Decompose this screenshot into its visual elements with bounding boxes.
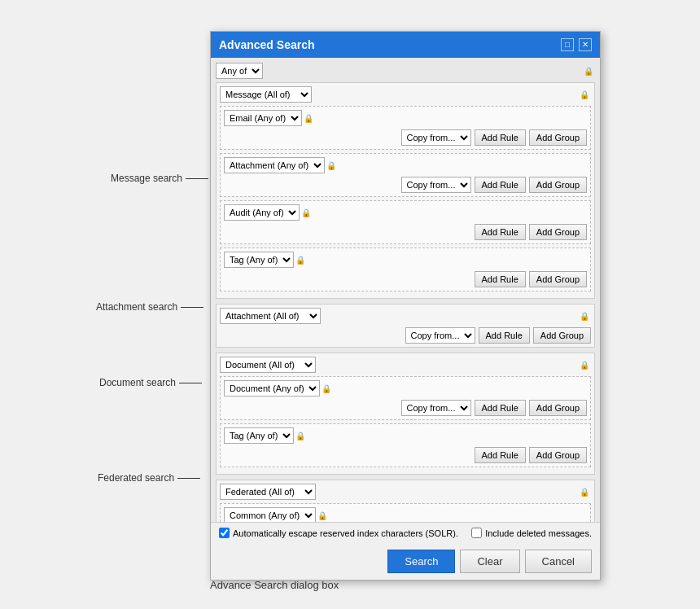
common-subsection: Common (Any of) Common (All of) 🔒 Add Ru… xyxy=(220,503,591,522)
page-wrapper: Message search Attachment search Documen… xyxy=(0,0,700,609)
email-add-rule-btn[interactable]: Add Rule xyxy=(475,129,526,146)
document-subsection-header: Document (Any of) Document (All of) 🔒 xyxy=(224,380,587,397)
document-all-of-select[interactable]: Document (All of) Document (Any of) xyxy=(220,357,316,373)
document-tag-subsection: Tag (Any of) Tag (All of) 🔒 Add Rule Add… xyxy=(220,423,591,467)
attachment-subsection-add-group-btn[interactable]: Add Group xyxy=(529,177,587,193)
attachment-copy-from-select[interactable]: Copy from... xyxy=(401,177,471,193)
federated-label-line xyxy=(177,478,200,479)
message-tag-subsection: Tag (Any of) Tag (All of) 🔒 Add Rule Add… xyxy=(220,248,591,291)
message-tag-delete-icon[interactable]: 🔒 xyxy=(294,256,307,265)
audit-subsection-header: Audit (Any of) Audit (All of) 🔒 xyxy=(224,204,587,221)
document-subsection-delete-icon[interactable]: 🔒 xyxy=(320,384,333,393)
attachment-all-of-select[interactable]: Attachment (All of) Attachment (Any of) xyxy=(220,308,321,324)
attachment-search-label: Attachment search xyxy=(96,301,203,313)
attachment-section: Attachment (All of) Attachment (Any of) … xyxy=(216,304,595,348)
search-button[interactable]: Search xyxy=(387,550,455,573)
document-tag-delete-icon[interactable]: 🔒 xyxy=(294,432,307,440)
attachment-section-copy-from-select[interactable]: Copy from... xyxy=(405,327,475,344)
message-delete-icon[interactable]: 🔒 xyxy=(578,90,591,99)
advanced-search-dialog: Advanced Search □ ✕ Any of All of 🔒 xyxy=(210,31,601,581)
outer-delete-icon[interactable]: 🔒 xyxy=(582,67,595,76)
email-subsection-header: Email (Any of) Email (All of) 🔒 xyxy=(224,110,587,126)
document-section: Document (All of) Document (Any of) 🔒 Do… xyxy=(216,353,595,475)
document-copy-from-select[interactable]: Copy from... xyxy=(401,400,471,416)
message-tag-header: Tag (Any of) Tag (All of) 🔒 xyxy=(224,252,587,268)
attachment-section-add-group-btn[interactable]: Add Group xyxy=(533,327,591,344)
minimize-button[interactable]: □ xyxy=(561,38,574,51)
message-tag-actions: Add Rule Add Group xyxy=(224,271,587,287)
auto-escape-label[interactable]: Automatically escape reserved index char… xyxy=(219,528,458,538)
attachment-section-add-rule-btn[interactable]: Add Rule xyxy=(479,327,530,344)
email-actions: Copy from... Add Rule Add Group xyxy=(224,129,587,146)
message-tag-add-group-btn[interactable]: Add Group xyxy=(529,271,587,287)
document-search-label: Document search xyxy=(99,377,202,388)
email-add-group-btn[interactable]: Add Group xyxy=(529,129,587,146)
any-of-header: Any of All of 🔒 xyxy=(216,63,595,79)
cancel-button[interactable]: Cancel xyxy=(525,550,592,573)
attachment-subsection-add-rule-btn[interactable]: Add Rule xyxy=(475,177,526,193)
federated-section-header: Federated (All of) Federated (Any of) 🔒 xyxy=(220,484,591,500)
audit-delete-icon[interactable]: 🔒 xyxy=(300,208,313,217)
message-tag-select[interactable]: Tag (Any of) Tag (All of) xyxy=(224,252,294,268)
email-copy-from-select[interactable]: Copy from... xyxy=(401,129,471,146)
audit-actions: Add Rule Add Group xyxy=(224,224,587,240)
message-tag-add-rule-btn[interactable]: Add Rule xyxy=(475,271,526,287)
include-deleted-label[interactable]: Include deleted messages. xyxy=(471,528,592,538)
document-subsection: Document (Any of) Document (All of) 🔒 Co… xyxy=(220,376,591,420)
document-tag-add-rule-btn[interactable]: Add Rule xyxy=(475,447,526,463)
dialog-caption: Advance Search dialog box xyxy=(210,579,339,591)
document-any-of-select[interactable]: Document (Any of) Document (All of) xyxy=(224,380,320,397)
federated-section-delete-icon[interactable]: 🔒 xyxy=(578,488,591,497)
audit-add-group-btn[interactable]: Add Group xyxy=(529,224,587,240)
dialog-title: Advanced Search xyxy=(219,38,315,51)
attachment-subsection-actions: Copy from... Add Rule Add Group xyxy=(224,177,587,193)
include-deleted-checkbox[interactable] xyxy=(471,528,482,538)
audit-any-of-select[interactable]: Audit (Any of) Audit (All of) xyxy=(224,204,300,221)
attachment-any-of-select[interactable]: Attachment (Any of) Attachment (All of) xyxy=(224,157,325,173)
document-tag-add-group-btn[interactable]: Add Group xyxy=(529,447,587,463)
footer-checkboxes: Automatically escape reserved index char… xyxy=(219,528,592,538)
email-delete-icon[interactable]: 🔒 xyxy=(302,114,315,123)
attachment-section-delete-icon[interactable]: 🔒 xyxy=(578,312,591,321)
email-subsection: Email (Any of) Email (All of) 🔒 Copy fro… xyxy=(220,106,591,150)
document-label-line xyxy=(179,383,202,383)
document-section-delete-icon[interactable]: 🔒 xyxy=(578,361,591,370)
email-any-of-select[interactable]: Email (Any of) Email (All of) xyxy=(224,110,302,126)
dialog-titlebar: Advanced Search □ ✕ xyxy=(211,32,600,58)
message-section-header: Message (All of) Message (Any of) 🔒 xyxy=(220,86,591,103)
dialog-content[interactable]: Any of All of 🔒 Message (All of) Message… xyxy=(211,58,600,522)
document-add-group-btn[interactable]: Add Group xyxy=(529,400,587,416)
document-tag-header: Tag (Any of) Tag (All of) 🔒 xyxy=(224,427,587,444)
document-subsection-actions: Copy from... Add Rule Add Group xyxy=(224,400,587,416)
titlebar-controls: □ ✕ xyxy=(561,38,592,51)
attachment-subsection-header: Attachment (Any of) Attachment (All of) … xyxy=(224,157,587,173)
any-of-select-wrap: Any of All of xyxy=(216,63,263,79)
common-any-of-select[interactable]: Common (Any of) Common (All of) xyxy=(224,507,316,522)
document-tag-actions: Add Rule Add Group xyxy=(224,447,587,463)
dialog-buttons: Search Clear Cancel xyxy=(211,543,600,580)
federated-section: Federated (All of) Federated (Any of) 🔒 … xyxy=(216,480,595,522)
clear-button[interactable]: Clear xyxy=(460,550,519,573)
audit-subsection: Audit (Any of) Audit (All of) 🔒 Add Rule… xyxy=(220,200,591,244)
attachment-subsection: Attachment (Any of) Attachment (All of) … xyxy=(220,153,591,197)
any-of-select[interactable]: Any of All of xyxy=(216,63,263,79)
message-section: Message (All of) Message (Any of) 🔒 Emai… xyxy=(216,82,595,299)
attachment-label-line xyxy=(181,307,203,308)
close-button[interactable]: ✕ xyxy=(579,38,592,51)
federated-search-label: Federated search xyxy=(98,472,200,484)
document-add-rule-btn[interactable]: Add Rule xyxy=(475,400,526,416)
common-subsection-header: Common (Any of) Common (All of) 🔒 xyxy=(224,507,587,522)
common-delete-icon[interactable]: 🔒 xyxy=(316,511,329,520)
auto-escape-checkbox[interactable] xyxy=(219,528,230,538)
dialog-footer: Automatically escape reserved index char… xyxy=(211,522,600,543)
document-tag-select[interactable]: Tag (Any of) Tag (All of) xyxy=(224,427,294,444)
document-section-header: Document (All of) Document (Any of) 🔒 xyxy=(220,357,591,373)
message-all-of-select[interactable]: Message (All of) Message (Any of) xyxy=(220,86,312,103)
message-search-label: Message search xyxy=(111,173,208,184)
audit-add-rule-btn[interactable]: Add Rule xyxy=(475,224,526,240)
attachment-section-actions: Copy from... Add Rule Add Group xyxy=(220,327,591,344)
attachment-section-header: Attachment (All of) Attachment (Any of) … xyxy=(220,308,591,324)
federated-all-of-select[interactable]: Federated (All of) Federated (Any of) xyxy=(220,484,316,500)
attachment-subsection-delete-icon[interactable]: 🔒 xyxy=(325,161,338,170)
message-label-line xyxy=(186,178,208,179)
